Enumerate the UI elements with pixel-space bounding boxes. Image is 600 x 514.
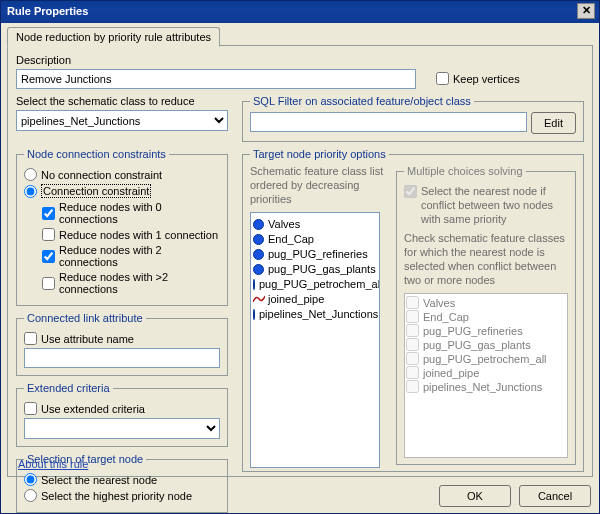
multiple-choices-help: Check schematic feature classes for whic… <box>404 232 568 287</box>
priority-item-label: pipelines_Net_Junctions <box>259 308 378 320</box>
link-attr-group: Connected link attribute Use attribute n… <box>16 312 228 376</box>
multi-item-label: pipelines_Net_Junctions <box>423 381 542 393</box>
window-title: Rule Properties <box>7 5 88 17</box>
attr-name-input[interactable] <box>24 348 220 368</box>
panel: Description Keep vertices Select the sch… <box>7 45 593 477</box>
priority-options-legend: Target node priority options <box>250 148 389 160</box>
class-select-label: Select the schematic class to reduce <box>16 95 228 107</box>
no-constraint-radio[interactable] <box>24 168 37 181</box>
highest-priority-label: Select the highest priority node <box>41 490 192 502</box>
multi-item-label: joined_pipe <box>423 367 479 379</box>
multi-item-label: Valves <box>423 297 455 309</box>
priority-item-label: pug_PUG_petrochem_all <box>259 278 380 290</box>
multi-item: pug_PUG_petrochem_all <box>406 352 566 365</box>
description-input[interactable] <box>16 69 416 89</box>
extended-criteria-legend: Extended criteria <box>24 382 113 394</box>
cancel-button[interactable]: Cancel <box>519 485 591 507</box>
keep-vertices-label: Keep vertices <box>453 73 520 85</box>
description-label: Description <box>16 54 416 66</box>
bullet-icon <box>253 219 264 230</box>
multi-item: pug_PUG_refineries <box>406 324 566 337</box>
priority-item-label: pug_PUG_refineries <box>268 248 368 260</box>
multi-item: Valves <box>406 296 566 309</box>
no-constraint-label: No connection constraint <box>41 169 162 181</box>
use-ext-checkbox[interactable] <box>24 402 37 415</box>
multi-item-label: End_Cap <box>423 311 469 323</box>
keep-vertices-checkbox[interactable] <box>436 72 449 85</box>
priority-item[interactable]: pipelines_Net_Junctions <box>253 308 377 320</box>
connection-constraint-label: Connection constraint <box>41 184 151 198</box>
multi-item-checkbox <box>406 296 419 309</box>
reduce-gt2-label: Reduce nodes with >2 connections <box>59 271 220 295</box>
reduce-2-label: Reduce nodes with 2 connections <box>59 244 220 268</box>
reduce-gt2-checkbox[interactable] <box>42 277 55 290</box>
ext-select[interactable] <box>24 418 220 439</box>
priority-item-label: joined_pipe <box>268 293 324 305</box>
bullet-icon <box>253 279 255 290</box>
multi-item-checkbox <box>406 380 419 393</box>
reduce-2-checkbox[interactable] <box>42 250 55 263</box>
multi-item-checkbox <box>406 338 419 351</box>
close-button[interactable]: ✕ <box>577 3 595 19</box>
bullet-icon <box>253 264 264 275</box>
bullet-icon <box>253 234 264 245</box>
sql-filter-group: SQL Filter on associated feature/object … <box>242 95 584 142</box>
tab-attributes[interactable]: Node reduction by priority rule attribut… <box>7 27 220 47</box>
connection-constraint-radio[interactable] <box>24 185 37 198</box>
multi-item-checkbox <box>406 324 419 337</box>
multi-item-label: pug_PUG_refineries <box>423 325 523 337</box>
priority-item[interactable]: joined_pipe <box>253 293 377 305</box>
sql-filter-legend: SQL Filter on associated feature/object … <box>250 95 474 107</box>
tab-strip: Node reduction by priority rule attribut… <box>1 23 599 47</box>
sql-filter-input[interactable] <box>250 112 527 132</box>
priority-item[interactable]: pug_PUG_refineries <box>253 248 377 260</box>
multi-item: joined_pipe <box>406 366 566 379</box>
priority-options-group: Target node priority options Schematic f… <box>242 148 584 472</box>
reduce-0-label: Reduce nodes with 0 connections <box>59 201 220 225</box>
reduce-1-label: Reduce nodes with 1 connection <box>59 229 218 241</box>
bullet-icon <box>253 249 264 260</box>
multi-item-label: pug_PUG_gas_plants <box>423 339 531 351</box>
multi-item-checkbox <box>406 310 419 323</box>
node-connection-legend: Node connection constraints <box>24 148 169 160</box>
class-select[interactable]: pipelines_Net_Junctions <box>16 110 228 131</box>
priority-item[interactable]: pug_PUG_gas_plants <box>253 263 377 275</box>
priority-item-label: Valves <box>268 218 300 230</box>
use-attr-label: Use attribute name <box>41 333 134 345</box>
multi-item-label: pug_PUG_petrochem_all <box>423 353 547 365</box>
sql-edit-button[interactable]: Edit <box>531 112 576 134</box>
node-connection-group: Node connection constraints No connectio… <box>16 148 228 306</box>
highest-priority-radio[interactable] <box>24 489 37 502</box>
nearest-conflict-checkbox <box>404 185 417 198</box>
nearest-node-label: Select the nearest node <box>41 474 157 486</box>
about-link[interactable]: About this rule <box>18 458 88 470</box>
bullet-icon <box>253 309 255 320</box>
priority-help: Schematic feature class list ordered by … <box>250 165 388 206</box>
priority-item[interactable]: pug_PUG_petrochem_all <box>253 278 377 290</box>
multi-item-checkbox <box>406 352 419 365</box>
description-group: Description <box>16 54 416 89</box>
title-bar: Rule Properties ✕ <box>1 1 599 23</box>
use-ext-label: Use extended criteria <box>41 403 145 415</box>
nearest-conflict-label: Select the nearest node if conflict betw… <box>421 185 568 226</box>
multi-item-checkbox <box>406 366 419 379</box>
priority-item-label: End_Cap <box>268 233 314 245</box>
multiple-choices-list: ValvesEnd_Cappug_PUG_refineriespug_PUG_g… <box>404 293 568 458</box>
ok-button[interactable]: OK <box>439 485 511 507</box>
nearest-node-radio[interactable] <box>24 473 37 486</box>
class-select-group: Select the schematic class to reduce pip… <box>16 95 228 142</box>
priority-list[interactable]: ValvesEnd_Cappug_PUG_refineriespug_PUG_g… <box>250 212 380 468</box>
footer-buttons: OK Cancel <box>439 485 591 507</box>
priority-item[interactable]: Valves <box>253 218 377 230</box>
priority-item[interactable]: End_Cap <box>253 233 377 245</box>
multi-item: pug_PUG_gas_plants <box>406 338 566 351</box>
reduce-1-checkbox[interactable] <box>42 228 55 241</box>
use-attr-checkbox[interactable] <box>24 332 37 345</box>
multiple-choices-group: Multiple choices solving Select the near… <box>396 165 576 465</box>
multi-item: pipelines_Net_Junctions <box>406 380 566 393</box>
priority-item-label: pug_PUG_gas_plants <box>268 263 376 275</box>
link-attr-legend: Connected link attribute <box>24 312 146 324</box>
reduce-0-checkbox[interactable] <box>42 207 55 220</box>
extended-criteria-group: Extended criteria Use extended criteria <box>16 382 228 447</box>
rule-properties-dialog: Rule Properties ✕ Node reduction by prio… <box>0 0 600 514</box>
